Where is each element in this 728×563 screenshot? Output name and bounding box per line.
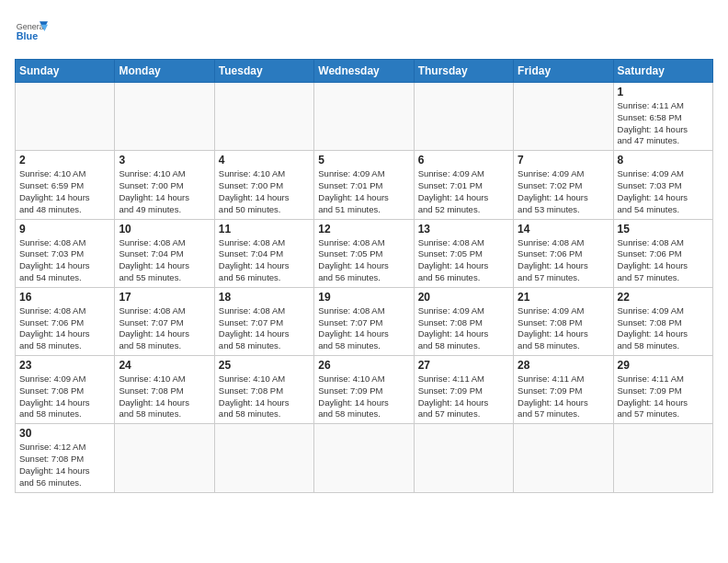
calendar-table: SundayMondayTuesdayWednesdayThursdayFrid… — [15, 59, 713, 493]
day-info: Sunrise: 4:09 AM Sunset: 7:01 PM Dayligh… — [418, 168, 509, 215]
day-cell: 21Sunrise: 4:09 AM Sunset: 7:08 PM Dayli… — [514, 287, 613, 355]
day-cell — [613, 424, 712, 492]
day-info: Sunrise: 4:08 AM Sunset: 7:05 PM Dayligh… — [418, 237, 509, 284]
day-cell: 26Sunrise: 4:10 AM Sunset: 7:09 PM Dayli… — [314, 356, 414, 424]
day-info: Sunrise: 4:08 AM Sunset: 7:03 PM Dayligh… — [19, 237, 110, 284]
day-number: 14 — [518, 223, 609, 236]
day-number: 27 — [418, 359, 509, 372]
day-number: 4 — [219, 154, 310, 167]
day-cell: 8Sunrise: 4:09 AM Sunset: 7:03 PM Daylig… — [613, 151, 712, 219]
logo: General Blue — [15, 15, 48, 48]
calendar-container: General Blue SundayMondayTuesdayWednesda… — [0, 0, 728, 563]
day-number: 1 — [618, 86, 709, 98]
day-cell: 11Sunrise: 4:08 AM Sunset: 7:04 PM Dayli… — [214, 219, 313, 287]
week-row-2: 9Sunrise: 4:08 AM Sunset: 7:03 PM Daylig… — [16, 219, 713, 287]
weekday-thursday: Thursday — [414, 60, 513, 83]
day-number: 30 — [19, 427, 110, 440]
day-number: 6 — [418, 154, 509, 167]
day-info: Sunrise: 4:11 AM Sunset: 7:09 PM Dayligh… — [418, 373, 509, 420]
day-cell — [314, 424, 414, 492]
week-row-3: 16Sunrise: 4:08 AM Sunset: 7:06 PM Dayli… — [16, 287, 713, 355]
day-info: Sunrise: 4:08 AM Sunset: 7:06 PM Dayligh… — [518, 237, 609, 284]
day-number: 24 — [119, 359, 210, 372]
day-cell: 19Sunrise: 4:08 AM Sunset: 7:07 PM Dayli… — [314, 287, 414, 355]
weekday-wednesday: Wednesday — [314, 60, 414, 83]
day-cell: 16Sunrise: 4:08 AM Sunset: 7:06 PM Dayli… — [16, 287, 115, 355]
week-row-4: 23Sunrise: 4:09 AM Sunset: 7:08 PM Dayli… — [16, 356, 713, 424]
day-number: 22 — [618, 291, 709, 304]
day-cell: 24Sunrise: 4:10 AM Sunset: 7:08 PM Dayli… — [115, 356, 214, 424]
day-cell: 22Sunrise: 4:09 AM Sunset: 7:08 PM Dayli… — [613, 287, 712, 355]
day-number: 2 — [19, 154, 110, 167]
day-cell: 9Sunrise: 4:08 AM Sunset: 7:03 PM Daylig… — [16, 219, 115, 287]
day-cell: 14Sunrise: 4:08 AM Sunset: 7:06 PM Dayli… — [514, 219, 613, 287]
day-number: 25 — [219, 359, 310, 372]
day-number: 17 — [119, 291, 210, 304]
day-info: Sunrise: 4:08 AM Sunset: 7:07 PM Dayligh… — [119, 305, 210, 352]
day-info: Sunrise: 4:10 AM Sunset: 6:59 PM Dayligh… — [19, 168, 110, 215]
day-number: 28 — [518, 359, 609, 372]
day-cell — [214, 83, 313, 151]
day-info: Sunrise: 4:08 AM Sunset: 7:07 PM Dayligh… — [219, 305, 310, 352]
day-info: Sunrise: 4:12 AM Sunset: 7:08 PM Dayligh… — [19, 442, 110, 488]
day-number: 10 — [119, 223, 210, 236]
day-cell — [314, 83, 414, 151]
day-cell: 10Sunrise: 4:08 AM Sunset: 7:04 PM Dayli… — [115, 219, 214, 287]
day-number: 21 — [518, 291, 609, 304]
weekday-monday: Monday — [115, 60, 214, 83]
day-info: Sunrise: 4:11 AM Sunset: 7:09 PM Dayligh… — [518, 373, 609, 420]
weekday-saturday: Saturday — [613, 60, 712, 83]
day-number: 29 — [618, 359, 709, 372]
day-cell — [514, 424, 613, 492]
day-cell — [514, 83, 613, 151]
day-cell — [115, 83, 214, 151]
day-info: Sunrise: 4:10 AM Sunset: 7:09 PM Dayligh… — [318, 373, 409, 420]
svg-text:Blue: Blue — [17, 30, 38, 41]
day-cell: 13Sunrise: 4:08 AM Sunset: 7:05 PM Dayli… — [414, 219, 513, 287]
day-cell: 6Sunrise: 4:09 AM Sunset: 7:01 PM Daylig… — [414, 151, 513, 219]
day-cell: 5Sunrise: 4:09 AM Sunset: 7:01 PM Daylig… — [314, 151, 414, 219]
day-number: 12 — [318, 223, 409, 236]
logo-icon: General Blue — [15, 15, 48, 48]
day-info: Sunrise: 4:09 AM Sunset: 7:08 PM Dayligh… — [518, 305, 609, 352]
day-cell — [414, 83, 513, 151]
day-cell: 30Sunrise: 4:12 AM Sunset: 7:08 PM Dayli… — [16, 424, 115, 492]
day-cell: 27Sunrise: 4:11 AM Sunset: 7:09 PM Dayli… — [414, 356, 513, 424]
day-info: Sunrise: 4:09 AM Sunset: 7:08 PM Dayligh… — [418, 305, 509, 352]
day-cell: 7Sunrise: 4:09 AM Sunset: 7:02 PM Daylig… — [514, 151, 613, 219]
day-info: Sunrise: 4:09 AM Sunset: 7:02 PM Dayligh… — [518, 168, 609, 215]
day-info: Sunrise: 4:08 AM Sunset: 7:04 PM Dayligh… — [219, 237, 310, 284]
day-cell — [115, 424, 214, 492]
day-info: Sunrise: 4:08 AM Sunset: 7:05 PM Dayligh… — [318, 237, 409, 284]
day-number: 5 — [318, 154, 409, 167]
day-cell — [16, 83, 115, 151]
day-number: 15 — [618, 223, 709, 236]
day-cell: 17Sunrise: 4:08 AM Sunset: 7:07 PM Dayli… — [115, 287, 214, 355]
day-info: Sunrise: 4:10 AM Sunset: 7:08 PM Dayligh… — [119, 373, 210, 420]
day-info: Sunrise: 4:09 AM Sunset: 7:01 PM Dayligh… — [318, 168, 409, 215]
day-info: Sunrise: 4:09 AM Sunset: 7:08 PM Dayligh… — [618, 305, 709, 352]
week-row-0: 1Sunrise: 4:11 AM Sunset: 6:58 PM Daylig… — [16, 83, 713, 151]
day-info: Sunrise: 4:11 AM Sunset: 6:58 PM Dayligh… — [618, 100, 709, 147]
day-number: 23 — [19, 359, 110, 372]
day-cell: 20Sunrise: 4:09 AM Sunset: 7:08 PM Dayli… — [414, 287, 513, 355]
day-info: Sunrise: 4:09 AM Sunset: 7:08 PM Dayligh… — [19, 373, 110, 420]
day-info: Sunrise: 4:10 AM Sunset: 7:08 PM Dayligh… — [219, 373, 310, 420]
day-number: 20 — [418, 291, 509, 304]
day-cell: 1Sunrise: 4:11 AM Sunset: 6:58 PM Daylig… — [613, 83, 712, 151]
day-cell: 4Sunrise: 4:10 AM Sunset: 7:00 PM Daylig… — [214, 151, 313, 219]
day-info: Sunrise: 4:08 AM Sunset: 7:04 PM Dayligh… — [119, 237, 210, 284]
day-cell: 12Sunrise: 4:08 AM Sunset: 7:05 PM Dayli… — [314, 219, 414, 287]
day-cell: 29Sunrise: 4:11 AM Sunset: 7:09 PM Dayli… — [613, 356, 712, 424]
day-info: Sunrise: 4:11 AM Sunset: 7:09 PM Dayligh… — [618, 373, 709, 420]
day-number: 7 — [518, 154, 609, 167]
day-info: Sunrise: 4:08 AM Sunset: 7:07 PM Dayligh… — [318, 305, 409, 352]
day-cell: 18Sunrise: 4:08 AM Sunset: 7:07 PM Dayli… — [214, 287, 313, 355]
day-number: 3 — [119, 154, 210, 167]
day-cell — [414, 424, 513, 492]
weekday-header-row: SundayMondayTuesdayWednesdayThursdayFrid… — [16, 60, 713, 83]
day-number: 9 — [19, 223, 110, 236]
day-info: Sunrise: 4:09 AM Sunset: 7:03 PM Dayligh… — [618, 168, 709, 215]
day-cell: 23Sunrise: 4:09 AM Sunset: 7:08 PM Dayli… — [16, 356, 115, 424]
week-row-1: 2Sunrise: 4:10 AM Sunset: 6:59 PM Daylig… — [16, 151, 713, 219]
